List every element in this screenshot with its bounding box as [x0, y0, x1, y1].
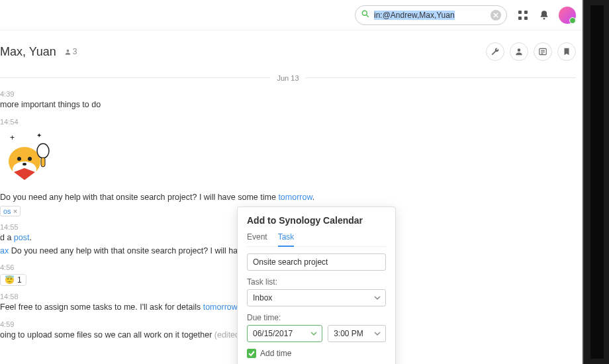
due-date-value: 06/15/2017 — [247, 325, 322, 342]
svg-point-17 — [17, 157, 21, 161]
timestamp: 14:54 — [0, 118, 576, 126]
search-box[interactable] — [355, 5, 507, 25]
duetime-label: Due time: — [247, 313, 386, 322]
svg-point-20 — [37, 144, 49, 158]
channel-title: Max, Yuan — [0, 45, 56, 59]
svg-point-18 — [28, 157, 32, 161]
bookmark-button[interactable] — [557, 42, 576, 61]
timestamp: 4:39 — [0, 90, 576, 98]
conversation-header: Max, Yuan 3 — [0, 30, 609, 68]
user-avatar[interactable] — [559, 7, 576, 24]
clear-search-icon[interactable] — [491, 10, 501, 21]
link-post[interactable]: post — [14, 233, 30, 242]
svg-text:✦: ✦ — [36, 132, 42, 139]
svg-point-10 — [518, 48, 521, 52]
tab-event[interactable]: Event — [247, 232, 267, 246]
hashtag-label: os — [3, 207, 11, 215]
reaction-badge[interactable]: 😇 1 — [0, 274, 26, 286]
svg-point-19 — [23, 163, 26, 165]
svg-rect-21 — [41, 158, 45, 167]
bell-icon[interactable] — [539, 10, 549, 21]
member-count-number: 3 — [73, 47, 77, 56]
calendar-popup: Add to Synology Calendar Event Task Task… — [237, 206, 396, 364]
wrench-button[interactable] — [486, 42, 504, 61]
addtime-label: Add time — [260, 349, 291, 358]
svg-rect-4 — [518, 11, 522, 14]
tasklist-select[interactable]: Inbox — [247, 289, 386, 306]
tasklist-value: Inbox — [247, 289, 386, 306]
due-date-select[interactable]: 06/15/2017 — [247, 325, 322, 342]
svg-point-8 — [543, 18, 545, 20]
link-user[interactable]: ax — [0, 246, 9, 255]
hashtag-chip[interactable]: os × — [0, 206, 21, 216]
addtime-checkbox-row[interactable]: Add time — [247, 349, 386, 358]
search-icon — [361, 9, 370, 21]
message-text: more important things to do — [0, 99, 576, 111]
device-bezel — [583, 0, 609, 364]
emoji-icon: 😇 — [5, 275, 15, 285]
svg-rect-7 — [524, 17, 528, 20]
date-divider: Jun 13 — [0, 71, 576, 83]
link-tomorrow[interactable]: tomorrow — [278, 193, 312, 202]
popup-tabs: Event Task — [247, 232, 386, 247]
popup-title: Add to Synology Calendar — [247, 215, 386, 226]
sticker-image: + ✦ — [0, 130, 60, 183]
message-text: Do you need any help with that onsite se… — [0, 192, 576, 204]
link-tomorrow[interactable]: tomorrow — [203, 302, 238, 312]
svg-rect-5 — [524, 11, 528, 14]
close-icon[interactable]: × — [13, 207, 17, 215]
svg-rect-6 — [518, 17, 522, 20]
svg-text:+: + — [10, 133, 15, 142]
tab-task[interactable]: Task — [278, 232, 295, 247]
search-input[interactable] — [374, 11, 487, 20]
member-count[interactable]: 3 — [64, 47, 77, 56]
svg-point-0 — [362, 11, 367, 15]
reaction-count: 1 — [17, 275, 22, 285]
tasklist-label: Task list: — [247, 277, 386, 287]
due-time-value: 3:00 PM — [328, 325, 386, 342]
apps-icon[interactable] — [518, 10, 528, 21]
person-button[interactable] — [510, 42, 528, 61]
list-button[interactable] — [534, 42, 552, 61]
due-time-select[interactable]: 3:00 PM — [328, 325, 386, 342]
checkbox-checked-icon — [247, 349, 256, 358]
header-actions — [486, 42, 576, 61]
date-divider-label: Jun 13 — [270, 74, 305, 82]
topbar — [0, 0, 609, 30]
svg-line-1 — [367, 15, 369, 17]
svg-point-9 — [66, 49, 69, 52]
task-name-input[interactable] — [247, 253, 386, 271]
